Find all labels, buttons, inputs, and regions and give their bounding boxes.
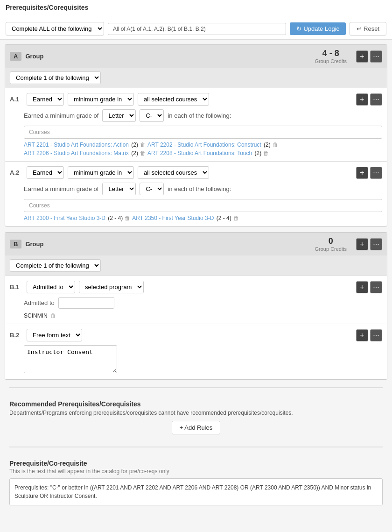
rule-b1-body: Admitted to SCINMIN 🗑 (24, 297, 382, 319)
rule-b1-admitted-prefix: Admitted to (24, 299, 55, 306)
undo-icon: ↩ (357, 25, 362, 32)
refresh-icon: ↻ (296, 25, 301, 32)
group-b-credits-wrapper: 0 Group Credits (315, 236, 347, 252)
rule-b2-label: B.2 (10, 332, 23, 339)
rule-b1-program-value: SCINMIN 🗑 (24, 312, 382, 319)
course-link-art2206[interactable]: ART 2206 - Studio Art Foundations: Matri… (24, 150, 129, 156)
rule-a2-grade-type-select[interactable]: Letter (102, 183, 136, 195)
rule-a1-courses-box[interactable]: Courses (24, 126, 382, 139)
rule-b1-more-button[interactable]: ··· (370, 281, 382, 293)
rule-b1: B.1 Admitted to selected program + ··· A… (5, 276, 387, 324)
recommended-section: Recommended Prerequisites/Corequisites D… (5, 396, 387, 439)
rule-a2-earned-prefix: Earned a minimum grade of (24, 185, 98, 192)
course-trash-art2202[interactable]: 🗑 (273, 142, 278, 148)
course-item-art2350: ART 2350 - First Year Studio 3-D (2 - 4)… (132, 215, 238, 221)
rule-a1-more-button[interactable]: ··· (370, 93, 382, 106)
rule-b1-program-input[interactable] (58, 297, 114, 309)
rule-a2-earned-select[interactable]: Earned (27, 166, 64, 179)
group-a-complete-select[interactable]: Complete 1 of the following (10, 71, 101, 84)
course-link-art2201[interactable]: ART 2201 - Studio Art Foundations: Actio… (24, 142, 129, 148)
rule-a1: A.1 Earned minimum grade in all selected… (5, 88, 387, 161)
group-b-add-button[interactable]: + (356, 238, 368, 250)
rule-a1-earned-row: Earned a minimum grade of Letter C- in e… (24, 109, 382, 122)
course-credits-art2206: (2) (130, 150, 138, 156)
prereq-desc: This is the text that will appear in the… (9, 468, 383, 475)
rule-b1-program-select[interactable]: selected program (79, 281, 144, 293)
course-item-art2208: ART 2208 - Studio Art Foundations: Touch… (147, 150, 269, 156)
rule-b2-body: Instructor Consent (24, 345, 382, 375)
rule-a2-body: Earned a minimum grade of Letter C- in e… (24, 183, 382, 221)
complete-all-select[interactable]: Complete ALL of the following (6, 22, 104, 35)
rule-b1-program-trash[interactable]: 🗑 (50, 312, 56, 319)
top-bar: Complete ALL of the following All of A(1… (0, 18, 392, 40)
course-trash-art2300[interactable]: 🗑 (125, 215, 130, 221)
rule-a2-allcourses-select[interactable]: all selected courses (138, 166, 209, 179)
rule-a2-label: A.2 (10, 169, 23, 176)
group-b-complete-select[interactable]: Complete 1 of the following (10, 259, 101, 272)
rule-a2-grade-value-select[interactable]: C- (140, 183, 164, 195)
rule-a1-body: Earned a minimum grade of Letter C- in e… (24, 109, 382, 156)
rule-a1-earned-select[interactable]: Earned (27, 93, 64, 106)
course-item-art2206: ART 2206 - Studio Art Foundations: Matri… (24, 150, 146, 156)
rule-a1-mingrade-select[interactable]: minimum grade in (68, 93, 134, 106)
rule-a1-grade-value-select[interactable]: C- (140, 109, 164, 122)
course-link-art2300[interactable]: ART 2300 - First Year Studio 3-D (24, 215, 105, 221)
group-a-credits: 4 - 8 (322, 49, 339, 58)
group-a: A Group 4 - 8 Group Credits + ··· Comple… (5, 44, 387, 227)
course-trash-art2206[interactable]: 🗑 (140, 150, 146, 156)
rule-a2-mingrade-select[interactable]: minimum grade in (68, 166, 134, 179)
course-item-art2201: ART 2201 - Studio Art Foundations: Actio… (24, 142, 146, 148)
group-b-credits: 0 (329, 236, 333, 246)
rule-a2-more-button[interactable]: ··· (370, 167, 382, 179)
add-rules-button[interactable]: + Add Rules (172, 421, 220, 434)
recommended-title: Recommended Prerequisites/Corequisites (9, 400, 383, 408)
rule-b1-add-button[interactable]: + (356, 281, 368, 293)
rule-a2-courses-placeholder: Courses (29, 202, 50, 209)
group-a-title: Group (25, 53, 305, 60)
group-a-label: A (10, 52, 21, 61)
course-item-art2300: ART 2300 - First Year Studio 3-D (2 - 4)… (24, 215, 130, 221)
course-credits-art2208: (2) (253, 150, 261, 156)
group-a-more-button[interactable]: ··· (370, 50, 382, 63)
course-link-art2208[interactable]: ART 2208 - Studio Art Foundations: Touch (147, 150, 252, 156)
group-a-add-button[interactable]: + (356, 50, 368, 63)
rule-a1-add-button[interactable]: + (356, 93, 368, 106)
group-b-more-button[interactable]: ··· (370, 238, 382, 250)
group-b-actions: + ··· (356, 238, 382, 250)
rule-a1-allcourses-select[interactable]: all selected courses (138, 93, 209, 106)
group-a-actions: + ··· (356, 50, 382, 63)
rule-b2-freeform-textarea[interactable]: Instructor Consent (24, 345, 117, 373)
group-b-subheader: Complete 1 of the following (5, 255, 387, 276)
group-b-label: B (10, 240, 21, 248)
logic-display: All of A(1 of A.1, A.2), B(1 of B.1, B.2… (108, 23, 286, 35)
rule-b1-admitted-row: Admitted to (24, 297, 382, 309)
rule-b1-label: B.1 (10, 284, 23, 291)
group-b: B Group 0 Group Credits + ··· Complete 1… (5, 232, 387, 380)
course-link-art2202[interactable]: ART 2202 - Studio Art Foundations: Const… (147, 142, 261, 148)
add-rules-wrap: + Add Rules (9, 421, 383, 434)
group-a-credits-wrapper: 4 - 8 Group Credits (315, 49, 347, 64)
rule-a1-label: A.1 (10, 96, 23, 103)
course-trash-art2201[interactable]: 🗑 (140, 142, 146, 148)
rule-a2-courses-box[interactable]: Courses (24, 199, 382, 212)
rule-a1-grade-type-select[interactable]: Letter (102, 109, 136, 122)
rule-b1-admitted-select[interactable]: Admitted to (27, 281, 75, 293)
group-a-subheader: Complete 1 of the following (5, 68, 387, 88)
rule-b1-header: B.1 Admitted to selected program + ··· (10, 281, 382, 293)
rule-b2-freeform-select[interactable]: Free form text (27, 329, 82, 341)
group-b-title: Group (25, 241, 305, 248)
update-logic-button[interactable]: ↻ Update Logic (290, 22, 346, 35)
rule-a2-earned-row: Earned a minimum grade of Letter C- in e… (24, 183, 382, 195)
main-content: A Group 4 - 8 Group Credits + ··· Comple… (0, 40, 392, 515)
course-trash-art2350[interactable]: 🗑 (233, 215, 239, 221)
rule-a2-add-button[interactable]: + (356, 167, 368, 179)
group-a-credits-label: Group Credits (315, 58, 347, 64)
rule-a2-course-list: ART 2300 - First Year Studio 3-D (2 - 4)… (24, 215, 382, 221)
rule-b2-more-button[interactable]: ··· (370, 329, 382, 341)
rule-b2-add-button[interactable]: + (356, 329, 368, 341)
reset-button[interactable]: ↩ Reset (350, 22, 386, 35)
rule-b1-program-text: SCINMIN (24, 312, 48, 319)
page-title: Prerequisites/Corequisites (6, 4, 386, 11)
course-trash-art2208[interactable]: 🗑 (263, 150, 269, 156)
course-link-art2350[interactable]: ART 2350 - First Year Studio 3-D (132, 215, 214, 221)
